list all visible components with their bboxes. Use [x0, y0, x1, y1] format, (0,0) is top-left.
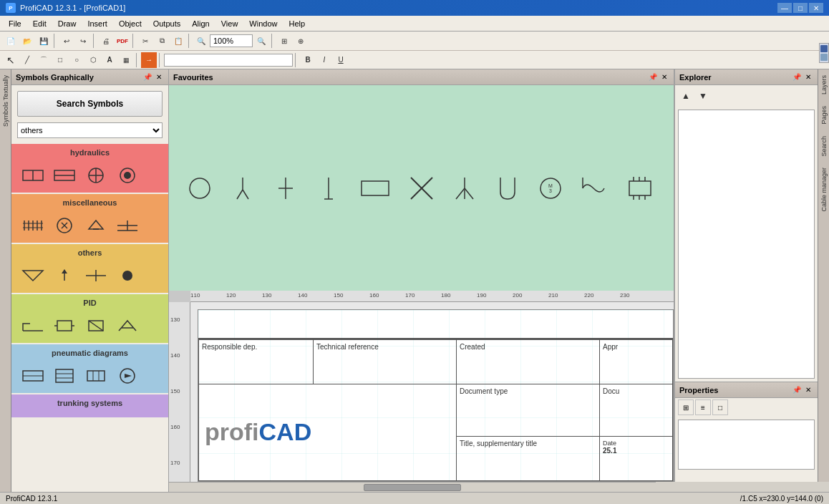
minimize-button[interactable]: — — [777, 3, 792, 13]
print-btn[interactable]: 🖨 — [98, 33, 114, 49]
others-sym-3[interactable] — [82, 263, 110, 289]
favourites-close-btn[interactable]: ✕ — [659, 72, 669, 82]
fav-symbol-component[interactable] — [622, 174, 658, 203]
poly-btn[interactable]: ⬡ — [85, 52, 101, 68]
line-btn[interactable]: ╱ — [19, 52, 35, 68]
fav-symbol-t-shape[interactable] — [271, 174, 300, 203]
menu-outputs[interactable]: Outputs — [147, 18, 187, 29]
explorer-down-btn[interactable]: ▼ — [695, 88, 711, 104]
properties-pin-btn[interactable]: 📌 — [792, 385, 802, 395]
properties-close-btn[interactable]: ✕ — [803, 385, 813, 395]
pneumatic-sym-1[interactable] — [19, 363, 47, 389]
rect-btn[interactable]: □ — [52, 52, 68, 68]
grid-btn[interactable]: ⊞ — [276, 33, 292, 49]
pneumatic-sym-3[interactable] — [82, 363, 110, 389]
menu-edit[interactable]: Edit — [27, 18, 52, 29]
sidebar-tab-search[interactable]: Search — [820, 130, 828, 163]
wire-btn[interactable]: → — [141, 52, 157, 68]
search-symbols-button[interactable]: Search Symbols — [17, 91, 163, 117]
hydraulic-sym-2[interactable] — [50, 163, 79, 188]
underline-btn[interactable]: U — [333, 52, 349, 68]
undo-btn[interactable]: ↩ — [59, 33, 74, 49]
canvas-area[interactable]: 110 120 130 140 150 160 170 180 190 200 … — [169, 291, 674, 482]
title-bar: P ProfiCAD 12.3.1 - [ProfiCAD1] — □ ✕ — [0, 0, 829, 16]
symbols-panel-pin[interactable]: 📌 — [142, 72, 152, 82]
others-sym-4[interactable] — [113, 263, 142, 289]
category-select[interactable]: others hydraulics miscellaneous PID pneu… — [17, 122, 163, 138]
scrollbar-horizontal[interactable] — [169, 482, 656, 492]
category-miscellaneous: miscellaneous — [11, 194, 168, 243]
ellipse-btn[interactable]: ○ — [69, 52, 84, 68]
menu-insert[interactable]: Insert — [82, 18, 113, 29]
menu-draw[interactable]: Draw — [52, 18, 82, 29]
fav-symbol-3way-fork[interactable] — [450, 174, 479, 203]
hatch-btn[interactable]: ▦ — [118, 52, 134, 68]
misc-sym-1[interactable] — [19, 213, 47, 238]
italic-btn[interactable]: I — [316, 52, 332, 68]
fav-symbol-circle-m3[interactable]: M 3 — [536, 174, 565, 203]
pid-sym-2[interactable] — [50, 313, 79, 339]
menu-window[interactable]: Window — [243, 18, 283, 29]
others-sym-2[interactable] — [50, 263, 79, 289]
open-btn[interactable]: 📂 — [19, 33, 35, 49]
pid-sym-3[interactable] — [82, 313, 110, 339]
pneumatic-sym-2[interactable] — [50, 363, 79, 389]
pid-sym-4[interactable] — [113, 313, 142, 339]
redo-btn[interactable]: ↪ — [75, 33, 91, 49]
prop-btn-1[interactable]: ⊞ — [678, 399, 694, 415]
sidebar-tab-layers[interactable]: Layers — [820, 69, 828, 100]
text-btn[interactable]: A — [102, 52, 117, 68]
misc-sym-4[interactable] — [113, 213, 142, 238]
zoom-in-btn[interactable]: 🔍 — [253, 33, 269, 49]
pid-sym-1[interactable] — [19, 313, 47, 339]
cat-icons-others — [13, 260, 167, 291]
others-sym-1[interactable] — [19, 263, 47, 289]
cut-btn[interactable]: ✂ — [137, 33, 153, 49]
sidebar-tab-symbols-textually[interactable]: Symbols Textually — [1, 69, 11, 132]
misc-sym-2[interactable] — [50, 213, 79, 238]
bold-btn[interactable]: B — [300, 52, 316, 68]
copy-btn[interactable]: ⧉ — [154, 33, 170, 49]
menu-help[interactable]: Help — [283, 18, 311, 29]
fav-symbol-u-shape[interactable] — [493, 174, 522, 203]
snap-btn[interactable]: ⊕ — [293, 33, 309, 49]
menu-file[interactable]: File — [3, 18, 27, 29]
fav-symbol-line-down[interactable] — [314, 174, 343, 203]
zoom-out-btn[interactable]: 🔍 — [193, 33, 209, 49]
explorer-pin-btn[interactable]: 📌 — [792, 72, 802, 82]
pneumatic-sym-4[interactable] — [113, 363, 142, 389]
canvas-body-row: 130 140 150 160 170 180 — [169, 302, 674, 482]
new-btn[interactable]: 📄 — [3, 33, 19, 49]
explorer-up-btn[interactable]: ▲ — [678, 88, 694, 104]
sidebar-tab-cable-manager[interactable]: Cable manager — [820, 162, 828, 218]
menu-view[interactable]: View — [215, 18, 244, 29]
hydraulic-sym-3[interactable] — [82, 163, 110, 188]
fav-symbol-rectangle[interactable] — [357, 174, 393, 203]
hydraulic-sym-1[interactable] — [19, 163, 47, 188]
canvas-paper-area[interactable]: Responsible dep. Technical reference Cre… — [190, 302, 674, 482]
prop-btn-3[interactable]: □ — [712, 399, 728, 415]
explorer-close-btn[interactable]: ✕ — [803, 72, 813, 82]
sidebar-tab-pages[interactable]: Pages — [820, 100, 828, 130]
symbols-panel-close[interactable]: ✕ — [154, 72, 164, 82]
save-btn[interactable]: 💾 — [36, 33, 52, 49]
select-btn[interactable]: ↖ — [3, 52, 19, 68]
pdf-btn[interactable]: PDF — [115, 33, 130, 49]
misc-sym-3[interactable] — [82, 213, 110, 238]
text-input-field[interactable] — [164, 54, 293, 67]
menu-align[interactable]: Align — [186, 18, 215, 29]
paste-btn[interactable]: 📋 — [170, 33, 186, 49]
fav-symbol-fork-down[interactable] — [228, 174, 257, 203]
fav-symbol-wave[interactable] — [579, 174, 608, 203]
close-button[interactable]: ✕ — [809, 3, 823, 13]
hydraulic-sym-4[interactable] — [113, 163, 142, 188]
menu-object[interactable]: Object — [113, 18, 147, 29]
prop-btn-2[interactable]: ≡ — [695, 399, 711, 415]
favourites-pin-btn[interactable]: 📌 — [648, 72, 658, 82]
scrollbar-thumb-h[interactable] — [364, 484, 461, 491]
fav-symbol-circle[interactable] — [185, 174, 214, 203]
zoom-input[interactable]: 100% — [210, 34, 253, 47]
arc-btn[interactable]: ⌒ — [36, 52, 52, 68]
fav-symbol-x-cross[interactable] — [407, 174, 436, 203]
maximize-button[interactable]: □ — [793, 3, 808, 13]
